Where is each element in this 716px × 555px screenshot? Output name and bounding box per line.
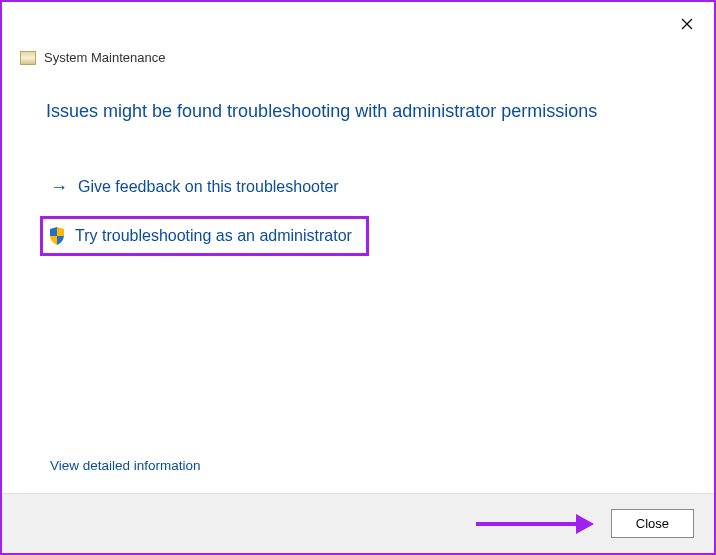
arrow-head-icon [576, 514, 594, 534]
troubleshooter-window: System Maintenance Issues might be found… [0, 0, 716, 555]
close-button[interactable]: Close [611, 509, 694, 538]
main-heading: Issues might be found troubleshooting wi… [46, 101, 670, 122]
admin-link-label: Try troubleshooting as an administrator [75, 227, 352, 245]
titlebar [2, 2, 714, 46]
highlight-annotation: Try troubleshooting as an administrator [40, 216, 369, 256]
feedback-link-label: Give feedback on this troubleshooter [78, 178, 339, 196]
detailed-link-label: View detailed information [50, 458, 201, 473]
feedback-link[interactable]: → Give feedback on this troubleshooter [46, 172, 670, 202]
admin-troubleshoot-link[interactable]: Try troubleshooting as an administrator [49, 227, 352, 245]
uac-shield-icon [49, 227, 65, 245]
dialog-footer: Close [2, 493, 714, 553]
content-area: Issues might be found troubleshooting wi… [2, 73, 714, 493]
dialog-title: System Maintenance [44, 50, 165, 65]
close-icon [681, 18, 693, 30]
dialog-header: System Maintenance [2, 46, 714, 73]
arrow-right-icon: → [50, 178, 68, 196]
arrow-line [476, 522, 576, 526]
system-maintenance-icon [20, 51, 36, 65]
window-close-button[interactable] [670, 7, 704, 41]
view-detailed-link[interactable]: View detailed information [50, 458, 201, 473]
arrow-annotation [476, 514, 594, 534]
